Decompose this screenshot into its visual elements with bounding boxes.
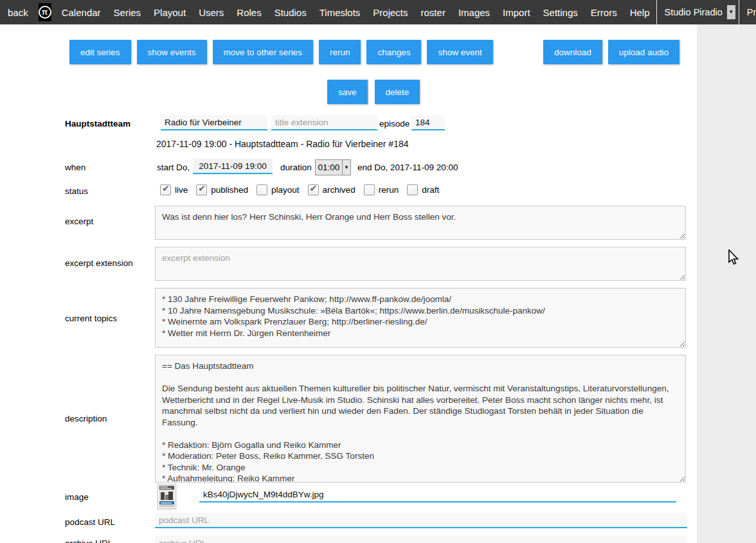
published-label: published xyxy=(211,185,248,195)
playout-checkbox[interactable] xyxy=(256,184,267,195)
start-label: start Do, xyxy=(157,163,190,172)
nav-roles[interactable]: Roles xyxy=(230,0,267,24)
live-label: live xyxy=(175,185,188,195)
title-extension-input[interactable] xyxy=(271,115,377,130)
nav-playout[interactable]: Playout xyxy=(147,0,192,24)
current-topics-label: current topics xyxy=(65,314,117,323)
draft-label: draft xyxy=(422,185,439,195)
episode-label: episode xyxy=(379,119,410,129)
thumbnail-picture xyxy=(158,485,176,508)
toolbar-right: download upload audio xyxy=(543,40,680,64)
published-checkbox[interactable] xyxy=(196,184,207,195)
nav-calendar[interactable]: Calendar xyxy=(55,0,107,24)
start-datetime-input[interactable] xyxy=(193,159,273,174)
nav-series[interactable]: Series xyxy=(107,0,148,24)
nav-studios[interactable]: Studios xyxy=(268,0,313,24)
changes-button[interactable]: changes xyxy=(366,40,421,64)
app-logo-icon[interactable]: π xyxy=(39,3,51,21)
nav-roster[interactable]: roster xyxy=(415,0,452,24)
excerpt-extension-label: excerpt extension xyxy=(65,258,133,268)
status-archived: archived xyxy=(308,184,356,195)
nav-timeslots[interactable]: Timeslots xyxy=(313,0,367,24)
duration-value: 01:00 xyxy=(316,163,342,172)
rerun-label: rerun xyxy=(379,185,399,195)
podcast-url-label: podcast URL xyxy=(65,517,115,527)
upload-audio-button[interactable]: upload audio xyxy=(608,40,680,64)
computed-title: 2017-11-09 19:00 - Hauptstadtteam - Radi… xyxy=(156,139,409,149)
archive-url-input[interactable] xyxy=(155,536,687,543)
live-checkbox[interactable] xyxy=(160,184,171,195)
rerun-button[interactable]: rerun xyxy=(319,40,361,64)
content-area: edit series show events move to other se… xyxy=(0,24,756,543)
download-button[interactable]: download xyxy=(543,40,602,64)
playout-label: playout xyxy=(271,185,300,195)
duration-label: duration xyxy=(280,163,312,172)
nav-help[interactable]: Help xyxy=(624,0,656,24)
status-rerun: rerun xyxy=(364,184,399,195)
studio-select-value: Studio Piradio xyxy=(665,7,723,17)
nav-projects[interactable]: Projects xyxy=(366,0,414,24)
excerpt-extension-textarea[interactable] xyxy=(155,247,686,281)
nav-back[interactable]: back xyxy=(0,0,35,24)
nav-import[interactable]: Import xyxy=(496,0,537,24)
episode-input[interactable] xyxy=(411,115,445,130)
nav-users[interactable]: Users xyxy=(192,0,230,24)
nav-images[interactable]: Images xyxy=(452,0,496,24)
status-checkbox-group: live published playout archived rerun dr… xyxy=(160,184,439,195)
podcast-url-input[interactable] xyxy=(155,513,687,528)
description-label: description xyxy=(65,414,107,423)
image-thumbnail[interactable] xyxy=(158,484,176,509)
series-name-label: Hauptstadtteam xyxy=(65,119,130,129)
toolbar-center: save delete xyxy=(327,80,420,104)
archived-label: archived xyxy=(323,185,356,195)
image-label: image xyxy=(65,492,89,502)
show-event-button[interactable]: show event xyxy=(427,40,492,64)
status-label: status xyxy=(65,186,88,196)
duration-select[interactable]: 01:00 ▼ xyxy=(315,159,351,175)
edit-series-button[interactable]: edit series xyxy=(69,40,131,64)
chevron-down-icon: ▼ xyxy=(342,160,350,175)
excerpt-textarea[interactable]: Was ist denn hier los? Herr Schinski, He… xyxy=(155,206,686,240)
excerpt-label: excerpt xyxy=(65,217,93,226)
when-label: when xyxy=(65,163,86,172)
toolbar-left: edit series show events move to other se… xyxy=(69,40,493,64)
rerun-checkbox[interactable] xyxy=(364,184,375,195)
save-button[interactable]: save xyxy=(327,80,368,104)
right-margin-strip xyxy=(697,24,756,543)
archive-url-label: archive URL xyxy=(65,539,113,543)
current-topics-textarea[interactable]: * 130 Jahre Freiwillige Feuerwehr Pankow… xyxy=(155,288,686,348)
title-input[interactable] xyxy=(161,115,267,130)
project-select[interactable]: Project 88vier ▼ xyxy=(739,0,756,24)
chevron-down-icon: ▼ xyxy=(727,5,735,19)
status-published: published xyxy=(196,184,248,195)
status-playout: playout xyxy=(256,184,300,195)
draft-checkbox[interactable] xyxy=(407,184,418,195)
delete-button[interactable]: delete xyxy=(375,80,420,104)
end-label: end Do, 2017-11-09 20:00 xyxy=(357,163,458,172)
image-filename-input[interactable] xyxy=(199,487,676,503)
description-textarea[interactable]: == Das Hauptstadtteam Die Sendung besteh… xyxy=(155,355,686,483)
nav-errors[interactable]: Errors xyxy=(584,0,624,24)
show-events-button[interactable]: show events xyxy=(137,40,207,64)
status-draft: draft xyxy=(407,184,439,195)
archived-checkbox[interactable] xyxy=(308,184,319,195)
status-live: live xyxy=(160,184,188,195)
studio-select[interactable]: Studio Piradio ▼ xyxy=(656,0,739,24)
move-to-other-series-button[interactable]: move to other series xyxy=(213,40,313,64)
top-navbar: back π Calendar Series Playout Users Rol… xyxy=(0,0,756,24)
project-select-value: Project 88vier xyxy=(747,7,756,17)
nav-settings[interactable]: Settings xyxy=(537,0,584,24)
